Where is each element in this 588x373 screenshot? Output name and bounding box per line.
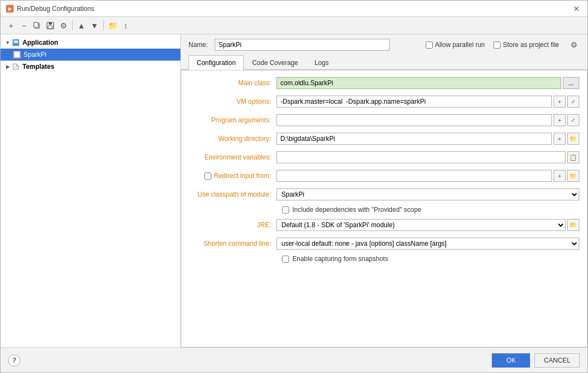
tab-configuration[interactable]: Configuration bbox=[189, 55, 244, 70]
working-directory-input[interactable] bbox=[277, 133, 552, 145]
vm-options-input[interactable] bbox=[277, 96, 552, 108]
shorten-command-label: Shorten command line: bbox=[189, 240, 277, 247]
shorten-command-select-wrap: user-local default: none - java [options… bbox=[277, 238, 579, 250]
name-options: Allow parallel run Store as project file… bbox=[426, 39, 580, 51]
main-class-label: Main class: bbox=[189, 79, 277, 87]
expand-arrow-templates: ▶ bbox=[4, 63, 11, 70]
main-class-input[interactable] bbox=[277, 77, 561, 89]
env-variables-input-wrap: 📋 bbox=[277, 151, 579, 163]
jre-label: JRE: bbox=[189, 221, 277, 229]
run-debug-dialog: ▶ Run/Debug Configurations ✕ + − ⚙ ▲ ▼ 📁… bbox=[0, 0, 588, 373]
sparkpi-label: SparkPi bbox=[23, 51, 46, 58]
title-bar: ▶ Run/Debug Configurations ✕ bbox=[1, 1, 587, 17]
tree-item-templates[interactable]: ▶ Templates bbox=[1, 61, 180, 73]
remove-button[interactable]: − bbox=[18, 20, 30, 32]
jre-select-wrap: Default (1.8 - SDK of 'SparkPi' module) … bbox=[277, 219, 579, 231]
vm-options-row: VM options: + ⤢ bbox=[189, 94, 579, 109]
redirect-input-label: Redirect input from: bbox=[214, 172, 271, 180]
working-directory-row: Working directory: + 📁 bbox=[189, 132, 579, 146]
dialog-icon: ▶ bbox=[6, 5, 14, 13]
gear-button[interactable]: ⚙ bbox=[568, 39, 580, 51]
move-down-button[interactable]: ▼ bbox=[89, 20, 101, 32]
name-input[interactable] bbox=[215, 39, 390, 51]
move-up-button[interactable]: ▲ bbox=[75, 20, 87, 32]
classpath-label: Use classpath of module: bbox=[189, 191, 277, 198]
store-project-label: Store as project file bbox=[493, 41, 559, 49]
classpath-select-wrap: SparkPi bbox=[277, 188, 579, 200]
copy-button[interactable] bbox=[31, 20, 43, 32]
redirect-input-browse-button[interactable]: 📁 bbox=[567, 170, 579, 182]
redirect-input-add-button[interactable]: + bbox=[554, 170, 566, 182]
vm-options-input-wrap: + ⤢ bbox=[277, 96, 579, 108]
folder-button[interactable]: 📁 bbox=[107, 20, 119, 32]
jre-select[interactable]: Default (1.8 - SDK of 'SparkPi' module) bbox=[277, 219, 566, 231]
program-arguments-row: Program arguments: + ⤢ bbox=[189, 113, 579, 127]
svg-rect-1 bbox=[34, 22, 38, 27]
enable-capturing-checkbox[interactable] bbox=[282, 256, 289, 263]
jre-browse-button[interactable]: 📁 bbox=[567, 219, 579, 231]
shorten-command-row: Shorten command line: user-local default… bbox=[189, 236, 579, 251]
expand-arrow-application: ▼ bbox=[4, 39, 11, 46]
include-dependencies-row: Include dependencies with "Provided" sco… bbox=[189, 206, 579, 214]
store-project-checkbox[interactable] bbox=[493, 42, 501, 49]
save-button[interactable] bbox=[44, 20, 56, 32]
redirect-input-wrap: + 📁 bbox=[277, 170, 579, 182]
separator bbox=[72, 21, 73, 31]
allow-parallel-label: Allow parallel run bbox=[426, 41, 485, 49]
vm-options-expand-button[interactable]: ⤢ bbox=[567, 96, 579, 108]
vm-options-label: VM options: bbox=[189, 98, 277, 105]
name-row: Name: Allow parallel run Store as projec… bbox=[181, 34, 587, 55]
working-directory-browse-button[interactable]: 📁 bbox=[567, 133, 579, 145]
toolbar: + − ⚙ ▲ ▼ 📁 ↕ bbox=[1, 17, 587, 34]
redirect-input-input[interactable] bbox=[277, 170, 552, 182]
enable-capturing-row: Enable capturing form snapshots bbox=[189, 255, 579, 263]
templates-label: Templates bbox=[22, 63, 54, 70]
svg-rect-3 bbox=[49, 22, 52, 25]
main-content: ▼ Application SparkPi ▶ Templa bbox=[1, 34, 587, 347]
tabs-bar: Configuration Code Coverage Logs bbox=[181, 55, 587, 70]
program-arguments-label: Program arguments: bbox=[189, 116, 277, 124]
vm-options-add-button[interactable]: + bbox=[554, 96, 566, 108]
sort-button[interactable]: ↕ bbox=[120, 20, 132, 32]
include-dependencies-label: Include dependencies with "Provided" sco… bbox=[292, 206, 421, 214]
tab-code-coverage[interactable]: Code Coverage bbox=[244, 55, 306, 70]
svg-rect-6 bbox=[14, 40, 18, 43]
program-arguments-input-wrap: + ⤢ bbox=[277, 114, 579, 126]
include-dependencies-checkbox[interactable] bbox=[282, 206, 289, 214]
env-variables-label: Environment variables: bbox=[189, 153, 277, 161]
main-class-input-wrap: ... bbox=[277, 77, 579, 89]
program-arguments-input[interactable] bbox=[277, 114, 552, 126]
classpath-select[interactable]: SparkPi bbox=[277, 188, 579, 200]
application-label: Application bbox=[22, 39, 58, 46]
env-variables-row: Environment variables: 📋 bbox=[189, 150, 579, 164]
working-directory-input-wrap: + 📁 bbox=[277, 133, 579, 145]
working-directory-label: Working directory: bbox=[189, 135, 277, 143]
help-button[interactable]: ? bbox=[8, 354, 20, 366]
settings-button[interactable]: ⚙ bbox=[57, 20, 69, 32]
redirect-input-checkbox[interactable] bbox=[204, 173, 211, 180]
bottom-buttons: OK CANCEL bbox=[492, 353, 580, 368]
program-arguments-add-button[interactable]: + bbox=[554, 114, 566, 126]
tree-item-application[interactable]: ▼ Application bbox=[1, 37, 180, 49]
right-panel: Name: Allow parallel run Store as projec… bbox=[181, 34, 587, 347]
allow-parallel-checkbox[interactable] bbox=[426, 42, 433, 49]
env-variables-edit-button[interactable]: 📋 bbox=[567, 151, 579, 163]
left-panel: ▼ Application SparkPi ▶ Templa bbox=[1, 34, 181, 347]
add-button[interactable]: + bbox=[5, 20, 17, 32]
close-button[interactable]: ✕ bbox=[571, 3, 582, 14]
ok-button[interactable]: OK bbox=[492, 353, 530, 368]
program-arguments-expand-button[interactable]: ⤢ bbox=[567, 114, 579, 126]
title-bar-left: ▶ Run/Debug Configurations bbox=[6, 5, 94, 13]
name-label: Name: bbox=[189, 41, 210, 49]
env-variables-input[interactable] bbox=[277, 151, 566, 163]
tree-item-sparkpi[interactable]: SparkPi bbox=[1, 49, 180, 61]
shorten-command-select[interactable]: user-local default: none - java [options… bbox=[277, 238, 579, 250]
cancel-button[interactable]: CANCEL bbox=[534, 353, 580, 368]
classpath-row: Use classpath of module: SparkPi bbox=[189, 187, 579, 202]
working-directory-add-button[interactable]: + bbox=[554, 133, 566, 145]
svg-rect-4 bbox=[48, 26, 52, 28]
tab-logs[interactable]: Logs bbox=[306, 55, 337, 70]
config-content: Main class: ... VM options: + ⤢ bbox=[181, 70, 587, 347]
main-class-browse-button[interactable]: ... bbox=[563, 77, 579, 89]
enable-capturing-label: Enable capturing form snapshots bbox=[292, 255, 388, 263]
